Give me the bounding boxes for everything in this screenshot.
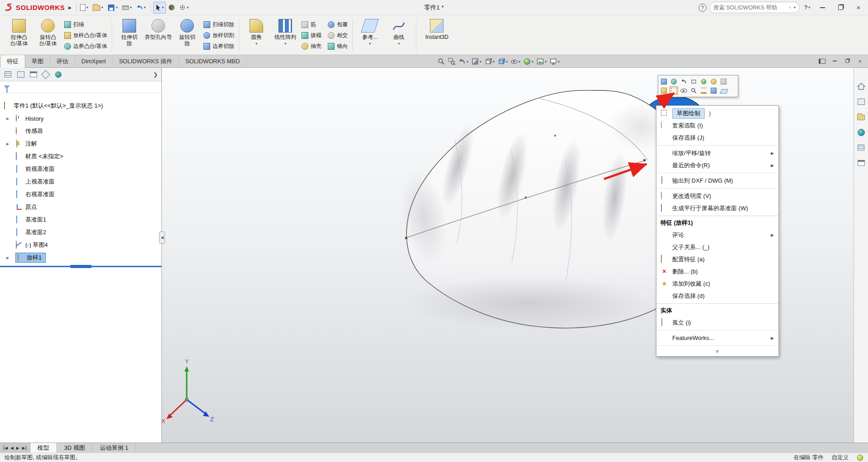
measure-button[interactable] [699,86,708,95]
reference-geometry-button[interactable]: 参考...▾ [355,17,384,46]
tree-item-loft1[interactable]: ▶ 放样1 [0,251,161,264]
help-circle-icon[interactable]: ? [698,4,707,12]
tree-item-sketch4[interactable]: (-) 草图4 [0,239,161,251]
custom-properties-button[interactable] [856,143,866,152]
tab-model[interactable]: 模型 [30,443,57,453]
plane-small-button[interactable] [719,86,728,95]
menu-item-featureworks[interactable]: FeatureWorks... ▶ [656,332,778,344]
expand-arrow-icon[interactable]: ▶ [6,142,9,146]
feature-manager-tab-icon[interactable] [4,71,12,79]
menu-item-parallel-plane[interactable]: 生成平行于屏幕的基准面 (W) [656,202,778,214]
menu-item-save-selection[interactable]: 保存选择 (J) [656,132,778,144]
sketch-point[interactable] [554,135,556,137]
sketch-point[interactable] [405,237,407,239]
draft-button[interactable]: 拔模 [300,31,323,40]
tree-item-front-plane[interactable]: 前视基准面 [0,163,161,175]
tab-evaluate[interactable]: 评估 [50,55,75,67]
intersect-button[interactable]: 相交 [326,31,349,40]
boundary-cut-button[interactable]: 边界切除 [202,42,236,51]
extruded-cut-button[interactable]: 拉伸切除 [115,17,144,47]
save-button[interactable]: ▾ [106,2,119,14]
menu-item-parent-child[interactable]: 父子关系... (_) [656,241,778,253]
sketch-point[interactable] [643,159,646,161]
menu-item-recent-commands[interactable]: 最近的命令(R) ▶ [656,159,778,171]
menu-flyout-arrow-icon[interactable]: ▶ [68,5,71,10]
wrap-button[interactable]: 包覆 [326,20,349,29]
lofted-cut-button[interactable]: 放样切割 [202,31,236,40]
doc-close-button[interactable]: × [854,56,865,66]
rebuild-button[interactable] [167,2,176,14]
rib-button[interactable]: 筋 [300,20,323,29]
menu-item-sketch[interactable]: 草图绘制 ) [656,107,778,119]
linear-pattern-button[interactable]: 线性阵列▾ [271,17,300,46]
menu-item-add-to-favorites[interactable]: ★ 添加到收藏 (c) [656,278,778,290]
view-normal-to-button[interactable] [660,77,668,86]
minimize-button[interactable] [815,2,830,14]
design-library-button[interactable] [856,97,866,106]
view-orientation-button[interactable]: ▾ [485,58,495,65]
tab-dimxpert[interactable]: DimXpert [75,55,113,67]
configuration-manager-tab-icon[interactable] [29,71,37,79]
menu-item-delete[interactable]: × 删除... (b) [656,265,778,278]
mirror-button[interactable]: 镜向 [326,42,349,51]
last-tab-button[interactable]: ▶ [22,446,26,450]
rollback-bar[interactable] [0,266,161,267]
search-scope-arrow-icon[interactable]: ▾ [794,5,796,9]
shell-button[interactable]: 抽壳 [300,42,323,51]
doc-restore-button[interactable] [842,56,853,66]
tree-item-part-root[interactable]: 零件1 (默认<<默认>_显示状态 1>) [0,99,161,112]
display-style-button[interactable]: ▾ [498,58,508,65]
tree-item-right-plane[interactable]: 右视基准面 [0,188,161,201]
panel-collapse-handle[interactable]: ◀ [159,231,165,244]
open-button[interactable]: ▾ [91,2,105,14]
zoom-to-selection-button[interactable] [670,77,678,86]
panel-expand-chevron-icon[interactable]: ❯ [153,71,158,78]
appearance-small-button[interactable] [699,77,708,86]
tab-sketch[interactable]: 草图 [25,55,50,67]
hide-show-items-button[interactable]: ▾ [511,60,520,64]
menu-item-configure-feature[interactable]: 配置特征 (a) [656,253,778,265]
previous-tab-button[interactable]: ◀ [10,446,14,450]
file-explorer-button[interactable] [856,112,866,122]
curves-button[interactable]: 曲线▾ [384,17,413,46]
undo-small-button[interactable] [689,77,698,86]
help-menu-button[interactable]: ?▾ [802,2,812,14]
tree-item-plane2[interactable]: 基准面2 [0,226,161,239]
print-button[interactable]: ▾ [120,2,133,14]
tree-item-origin[interactable]: 原点 [0,201,161,213]
fillet-button[interactable]: 圆角▾ [242,17,271,46]
instant3d-button[interactable]: Instant3D [419,17,454,40]
zoom-to-fit-button[interactable] [438,58,445,65]
edit-feature-button[interactable] [660,86,668,95]
sketch-button[interactable] [670,86,678,95]
hole-wizard-button[interactable]: 异型孔向导 [144,17,173,40]
pane-toggle-icon[interactable] [816,56,827,66]
menu-item-export-dxf[interactable]: 输出到 DXF / DWG (M) [656,174,778,187]
tree-filter-row[interactable] [0,81,161,93]
restore-button[interactable] [833,2,848,14]
new-document-button[interactable]: ▾ [78,2,90,14]
apply-scene-button[interactable]: ▾ [537,58,547,65]
swept-boss-button[interactable]: 扫描 [62,20,109,29]
zoom-button[interactable] [689,86,698,95]
edit-appearance-button[interactable]: ▾ [524,58,533,65]
tab-addins[interactable]: SOLIDWORKS 插件 [113,55,179,67]
sketch-point[interactable] [525,197,527,199]
view-settings-button[interactable]: ▾ [550,58,560,65]
display-style-small-button[interactable] [709,86,718,95]
property-manager-tab-icon[interactable] [16,71,24,79]
tree-item-top-plane[interactable]: 上视基准面 [0,175,161,188]
tree-item-plane1[interactable]: 基准面1 [0,213,161,226]
home-button[interactable] [856,81,866,91]
menu-expander[interactable]: » [656,347,778,354]
search-input[interactable] [713,5,786,11]
graphics-area[interactable]: Y X Z 草图绘制 ) [162,68,854,443]
pane-options-button[interactable] [856,158,866,168]
tree-item-material[interactable]: 材质 <未指定> [0,150,161,163]
revolved-boss-button[interactable]: 旋转凸台/基体 [33,17,62,47]
menu-item-change-transparency[interactable]: 更改透明度 (V) [656,190,778,202]
swept-cut-button[interactable]: 扫描切除 [202,20,236,29]
tree-item-annotations[interactable]: ▶ 注解 [0,137,161,150]
search-icon[interactable] [789,5,791,11]
previous-view-small-button[interactable] [679,77,688,86]
